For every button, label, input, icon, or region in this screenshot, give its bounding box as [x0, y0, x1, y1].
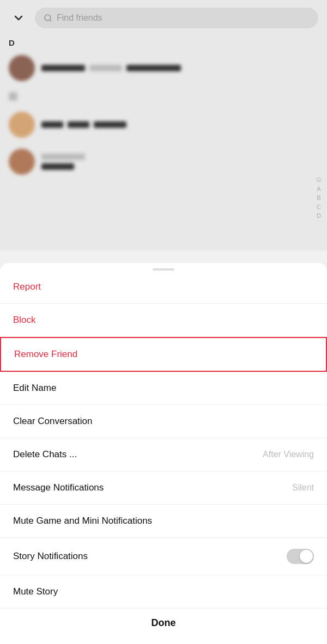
- friend-info: [41, 154, 318, 170]
- report-menu-item[interactable]: Report: [0, 271, 327, 304]
- story-notifications-menu-item[interactable]: Story Notifications: [0, 538, 327, 575]
- done-label: Done: [152, 617, 176, 628]
- friend-detail-block2: [126, 65, 181, 71]
- friend-detail-block: [41, 163, 74, 170]
- story-notifications-toggle[interactable]: [287, 549, 314, 564]
- edit-name-menu-item[interactable]: Edit Name: [0, 372, 327, 405]
- top-bar: Find friends: [0, 0, 327, 36]
- done-button-container[interactable]: Done: [0, 609, 327, 633]
- alpha-c: C: [317, 203, 321, 211]
- friend-detail-block2: [94, 121, 126, 128]
- mute-story-menu-item[interactable]: Mute Story: [0, 575, 327, 609]
- edit-name-label: Edit Name: [13, 383, 56, 394]
- mute-game-menu-item[interactable]: Mute Game and Mini Notifications: [0, 505, 327, 538]
- alpha-emoji: ☺: [315, 174, 323, 184]
- list-item: [4, 50, 323, 87]
- friend-name-block: [41, 154, 85, 160]
- friend-info: [41, 65, 181, 71]
- friend-name-block: [41, 121, 63, 128]
- background-friends-list: Find friends D: [0, 0, 327, 250]
- mute-game-label: Mute Game and Mini Notifications: [13, 516, 152, 526]
- avatar: [9, 55, 35, 81]
- friend-detail-block: [68, 121, 89, 128]
- block-menu-item[interactable]: Block: [0, 304, 327, 337]
- avatar-small: [9, 92, 17, 101]
- avatar: [9, 149, 35, 175]
- search-bar[interactable]: Find friends: [35, 8, 318, 28]
- friend-list: [0, 50, 327, 180]
- alphabet-nav: ☺ A B C D: [315, 174, 323, 219]
- alpha-a: A: [317, 185, 320, 193]
- block-label: Block: [13, 315, 36, 326]
- friend-info: [41, 121, 126, 128]
- alpha-d: D: [317, 212, 321, 219]
- bottom-sheet: Report Block Remove Friend Edit Name Cle…: [0, 263, 327, 644]
- chevron-down-icon[interactable]: [9, 8, 28, 28]
- remove-friend-menu-item[interactable]: Remove Friend: [0, 337, 327, 372]
- remove-friend-label: Remove Friend: [14, 349, 77, 360]
- svg-line-1: [50, 20, 51, 21]
- avatar: [9, 112, 35, 138]
- list-item: [4, 143, 323, 180]
- friend-detail-block: [89, 65, 122, 71]
- section-letter-d: D: [0, 36, 327, 50]
- message-notifications-label: Message Notifications: [13, 482, 104, 493]
- delete-chats-value: After Viewing: [263, 450, 314, 459]
- message-notifications-value: Silent: [292, 483, 314, 493]
- report-label: Report: [13, 281, 41, 292]
- message-notifications-menu-item[interactable]: Message Notifications Silent: [0, 471, 327, 505]
- list-item: [4, 106, 323, 143]
- alpha-b: B: [317, 194, 320, 201]
- story-notifications-label: Story Notifications: [13, 551, 88, 562]
- toggle-knob: [300, 550, 313, 563]
- search-icon: [44, 14, 52, 22]
- list-item: [4, 87, 323, 106]
- delete-chats-label: Delete Chats ...: [13, 449, 77, 460]
- clear-conversation-label: Clear Conversation: [13, 416, 93, 427]
- clear-conversation-menu-item[interactable]: Clear Conversation: [0, 405, 327, 438]
- search-placeholder: Find friends: [57, 13, 102, 23]
- friend-name-block: [41, 65, 85, 71]
- delete-chats-menu-item[interactable]: Delete Chats ... After Viewing: [0, 438, 327, 471]
- mute-story-label: Mute Story: [13, 586, 58, 597]
